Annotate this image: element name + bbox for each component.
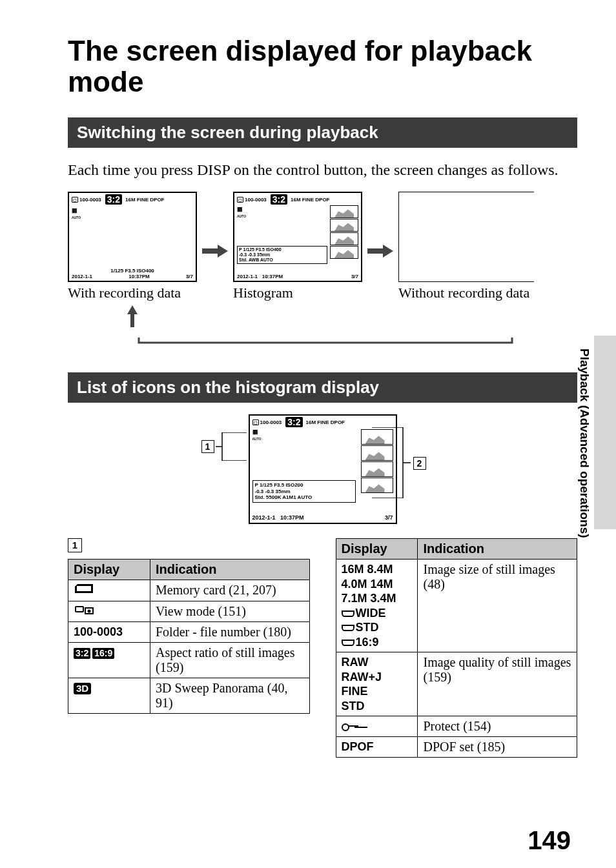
top-right-info: 16M FINE DPOF [306,419,345,425]
card-icon: ▢ [252,419,259,425]
panorama-icon [342,640,354,646]
auto-icon: ▦AUTO [69,206,196,221]
folder-file: 100-0003 [245,197,267,203]
ratio-3-2-icon: 3:2 [74,648,90,660]
top-right-info: 16M FINE DPOF [125,197,164,203]
page-number: 149 [528,826,571,855]
shot-counter: 3/7 [351,274,358,279]
3d-icon: 3D [74,683,91,695]
cell-display: 3D [68,678,150,713]
section-heading-1: Switching the screen during playback [68,117,577,148]
cell-display [336,716,418,737]
shot-date: 2012-1-1 [72,274,92,279]
svg-rect-3 [77,586,91,591]
protect-key-icon [342,722,360,730]
169-label: 16:9 [356,636,379,649]
callout-1: 1 [201,440,214,453]
svg-marker-1 [202,245,228,257]
histogram-mini-icon [330,205,358,218]
cell-indication: Folder - file number (180) [150,621,309,642]
table-row: Protect (154) [336,716,577,737]
screen2-caption: Histogram [233,285,293,301]
histogram-mini-icon [330,232,358,245]
shot-counter: 3/7 [385,514,393,521]
table-row: RAW RAW+J FINE STD Image quality of stil… [336,652,577,716]
cell-display [68,601,150,621]
cell-display: 16M 8.4M 4.0M 14M 7.1M 3.4M WIDE STD 16:… [336,560,418,652]
histo-line3: Std. 5500K A1M1 AUTO [255,494,353,501]
svg-rect-5 [76,607,83,611]
cell-indication: Aspect ratio of still images (159) [150,642,309,678]
table-row: 16M 8.4M 4.0M 14M 7.1M 3.4M WIDE STD 16:… [336,560,577,652]
cell-indication: Protect (154) [418,716,577,737]
shot-date: 2012-1-1 [237,274,258,279]
ratio-icon: 3:2 [271,194,287,205]
panorama-icon [342,611,354,617]
ratio-icon: 3:2 [105,194,122,205]
icon-table-1: Display Indication Memory card (21, 207)… [68,559,310,714]
screen-with-recording-data: ▢ 100-0003 3:2 16M FINE DPOF ▦AUTO 1/125… [68,192,197,282]
arrow-right-icon [367,243,393,259]
callout-2: 2 [413,457,426,470]
cell-display: 100-0003 [68,621,150,642]
section-side-label: Playback (Advanced operations) [577,348,591,538]
shot-counter: 3/7 [186,274,193,279]
histo-line2: -0.3 -0.3 35mm [239,252,325,257]
view-mode-icon [74,605,96,615]
cell-display [68,580,150,601]
card-icon: ▢ [237,197,243,203]
page-content: The screen displayed for playback mode S… [0,0,616,771]
table-row: DPOF DPOF set (185) [336,737,577,758]
page-title: The screen displayed for playback mode [68,35,577,98]
cell-display: DPOF [336,737,418,758]
table-row: 3:216:9 Aspect ratio of still images (15… [68,642,310,678]
histogram-mini-icon [330,219,358,232]
histogram-mini-icon [330,246,358,259]
cell-display: RAW RAW+J FINE STD [336,652,418,716]
top-right-info: 16M FINE DPOF [291,197,329,203]
svg-marker-0 [127,305,138,327]
cell-indication: Memory card (21, 207) [150,580,309,601]
section-heading-2: List of icons on the histogram display [68,372,577,403]
memory-card-icon [74,583,96,594]
shot-time: 10:37PM [262,274,283,279]
th-display: Display [68,560,150,580]
th-indication: Indication [418,539,577,560]
shot-date: 2012-1-1 [252,514,276,521]
histo-line1: P 1/125 F3.5 ISO400 [239,247,325,252]
histogram-illustration: 1 ▢ 100-0003 3:2 16M FINE DPOF ▦AUTO P 1… [207,414,439,524]
size-text: 16M 8.4M 4.0M 14M 7.1M 3.4M [342,563,396,605]
section-tab [594,336,616,529]
shot-time: 10:37PM [128,274,149,279]
table-row: 3D 3D Sweep Panorama (40, 91) [68,678,310,713]
std-label: STD [356,621,379,634]
panorama-icon [342,625,354,631]
cell-indication: Image size of still images (48) [418,560,577,652]
folder-file: 100-0003 [79,197,101,203]
histo-line3: Std. AWB AUTO [239,257,325,263]
folder-file: 100-0003 [260,419,282,425]
cell-indication: DPOF set (185) [418,737,577,758]
cell-indication: 3D Sweep Panorama (40, 91) [150,678,309,713]
cell-indication: Image quality of still images (159) [418,652,577,716]
ratio-icon: 3:2 [285,417,302,427]
th-display: Display [336,539,418,560]
histo-line1: P 1/125 F3.5 ISO200 [255,482,353,489]
icon-table-2: Display Indication 16M 8.4M 4.0M 14M 7.1… [336,538,578,758]
cell-indication: View mode (151) [150,601,309,621]
intro-paragraph: Each time you press DISP on the control … [68,159,577,180]
table-row: 100-0003 Folder - file number (180) [68,621,310,642]
table-row: Memory card (21, 207) [68,580,310,601]
screen3-caption: Without recording data [398,285,529,301]
th-indication: Indication [150,560,309,580]
table1-number: 1 [68,538,82,552]
callout-bracket-icon [372,427,411,498]
screen1-caption: With recording data [68,285,181,301]
screen-histogram: ▢ 100-0003 3:2 16M FINE DPOF ▦AUTO P 1/1… [233,192,362,282]
table-row: View mode (151) [68,601,310,621]
loop-line-icon [132,338,584,348]
histo-line2: -0.3 -0.3 35mm [255,489,353,495]
wide-label: WIDE [356,607,386,620]
card-icon: ▢ [72,197,78,203]
arrow-right-icon [202,243,228,259]
